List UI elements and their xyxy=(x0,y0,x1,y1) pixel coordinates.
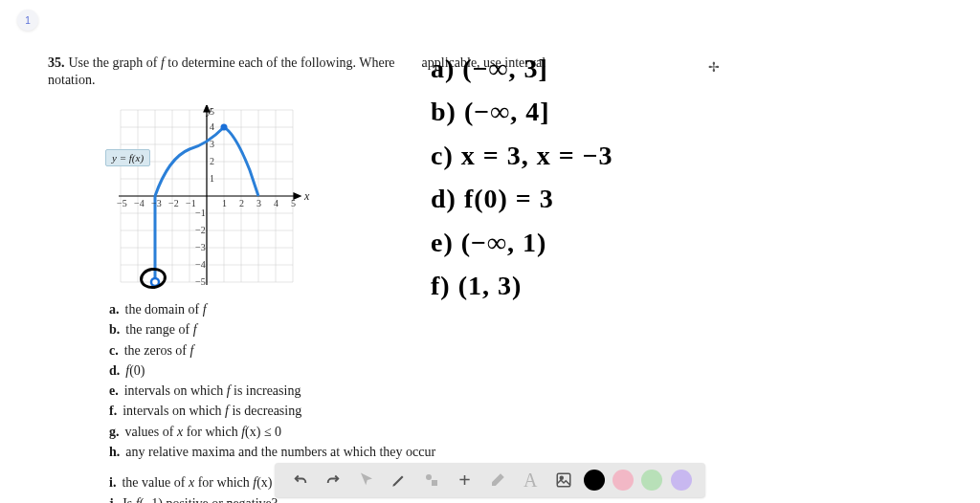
tick-x-n3: −3 xyxy=(151,198,162,208)
part-f-text: intervals on which xyxy=(122,404,225,418)
part-d-text: (0) xyxy=(129,363,145,378)
part-i-text: the value of xyxy=(122,475,189,490)
tick-x-5: 5 xyxy=(291,198,296,208)
color-green[interactable] xyxy=(641,470,662,491)
part-b-text: the range of xyxy=(125,322,192,337)
shapes-button[interactable] xyxy=(419,468,444,492)
tick-y-n3: −3 xyxy=(195,242,206,252)
part-c-label: c. xyxy=(109,343,119,358)
part-g-text2: for which xyxy=(183,425,241,439)
answer-a: a) (−∞, 3] xyxy=(431,48,737,89)
tick-x-n5: −5 xyxy=(117,198,127,208)
tick-y-2: 2 xyxy=(210,156,214,166)
part-f: f.intervals on which f is decreasing xyxy=(109,402,565,421)
answer-c: c) x = 3, x = −3 xyxy=(431,135,737,176)
part-g-text: values of xyxy=(125,425,177,439)
answer-f: f) (1, 3) xyxy=(431,265,737,306)
tick-x-3: 3 xyxy=(256,198,261,208)
part-f-label: f. xyxy=(109,404,117,418)
part-i-text2: for which xyxy=(194,475,253,490)
answer-b: b) (−∞, 4] xyxy=(431,91,737,132)
part-e: e.intervals on which f is increasing xyxy=(109,382,565,401)
tick-x-n4: −4 xyxy=(134,198,145,208)
image-button[interactable] xyxy=(551,468,576,492)
problem-text-1: Use the graph of xyxy=(69,55,161,70)
part-j-text: Is xyxy=(122,496,136,503)
x-axis-label: x xyxy=(304,189,309,204)
text-button[interactable]: A xyxy=(518,468,543,492)
part-g-text3: (x) ≤ 0 xyxy=(245,425,281,439)
page-badge: 1 xyxy=(17,10,38,31)
tick-y-n2: −2 xyxy=(195,225,206,235)
svg-point-29 xyxy=(560,476,563,479)
part-a-fn: f xyxy=(203,302,207,317)
cursor-icon: ✢ xyxy=(708,59,720,76)
part-d: d.f(0) xyxy=(109,361,565,381)
pointer-button[interactable] xyxy=(354,468,379,492)
graph-grid xyxy=(111,105,302,287)
answer-e: e) (−∞, 1) xyxy=(431,222,737,263)
max-point xyxy=(221,124,228,131)
plus-button[interactable]: + xyxy=(453,468,478,492)
annotation-toolbar: + A xyxy=(275,463,705,497)
part-b-label: b. xyxy=(109,322,120,337)
tick-x-4: 4 xyxy=(274,198,278,208)
part-g-label: g. xyxy=(109,425,120,439)
part-h-label: h. xyxy=(109,445,120,459)
part-c-text: the zeros of xyxy=(124,343,190,358)
redo-button[interactable] xyxy=(321,468,345,492)
problem-number: 35. xyxy=(48,55,65,70)
tick-y-n5: −5 xyxy=(195,276,206,287)
part-e-label: e. xyxy=(109,383,119,398)
tick-y-1: 1 xyxy=(210,173,214,184)
tick-x-1: 1 xyxy=(222,198,227,208)
part-i-label: i. xyxy=(109,475,116,490)
handwritten-answers: a) (−∞, 3] b) (−∞, 4] c) x = 3, x = −3 d… xyxy=(431,48,737,308)
part-a-label: a. xyxy=(109,302,120,317)
color-pink[interactable] xyxy=(612,470,634,491)
part-c-fn: f xyxy=(190,343,194,358)
part-e-text: intervals on which xyxy=(124,383,227,398)
part-e-text2: is increasing xyxy=(231,383,301,398)
part-g: g.values of x for which f(x) ≤ 0 xyxy=(109,423,565,442)
tick-y-n1: −1 xyxy=(195,208,206,218)
function-label: y = f(x) xyxy=(105,149,150,166)
part-b: b.the range of f xyxy=(109,320,565,339)
tick-x-2: 2 xyxy=(239,198,244,208)
part-a-text: the domain of xyxy=(125,302,203,317)
tick-y-3: 3 xyxy=(210,139,214,149)
parts-list: a.the domain of f b.the range of f c.the… xyxy=(109,300,565,462)
part-j-label: j. xyxy=(109,496,117,503)
color-purple[interactable] xyxy=(671,470,692,491)
part-h-text: any relative maxima and the numbers at w… xyxy=(125,445,435,459)
part-d-label: d. xyxy=(109,363,120,378)
tick-y-4: 4 xyxy=(210,121,214,132)
svg-point-26 xyxy=(426,474,432,480)
svg-rect-28 xyxy=(557,473,570,487)
answer-d: d) f(0) = 3 xyxy=(431,178,737,219)
tick-y-n4: −4 xyxy=(195,259,206,270)
eraser-button[interactable] xyxy=(485,468,510,492)
undo-button[interactable] xyxy=(288,468,313,492)
part-c: c.the zeros of f xyxy=(109,341,565,361)
svg-rect-27 xyxy=(432,480,437,486)
part-b-fn: f xyxy=(193,322,197,337)
part-j-text2: (−1) positive or negative? xyxy=(140,496,278,503)
tick-x-n2: −2 xyxy=(168,198,179,208)
part-h: h.any relative maxima and the numbers at… xyxy=(109,443,565,462)
pencil-button[interactable] xyxy=(387,468,412,492)
graph: y x y = f(x) −5 −4 −3 −2 −1 1 2 3 4 5 1 … xyxy=(111,105,302,287)
color-black[interactable] xyxy=(584,470,605,491)
tick-y-5: 5 xyxy=(210,106,214,117)
part-f-text2: is decreasing xyxy=(229,404,301,418)
problem-text-1b: to determine each of the following. Wher… xyxy=(165,55,395,70)
